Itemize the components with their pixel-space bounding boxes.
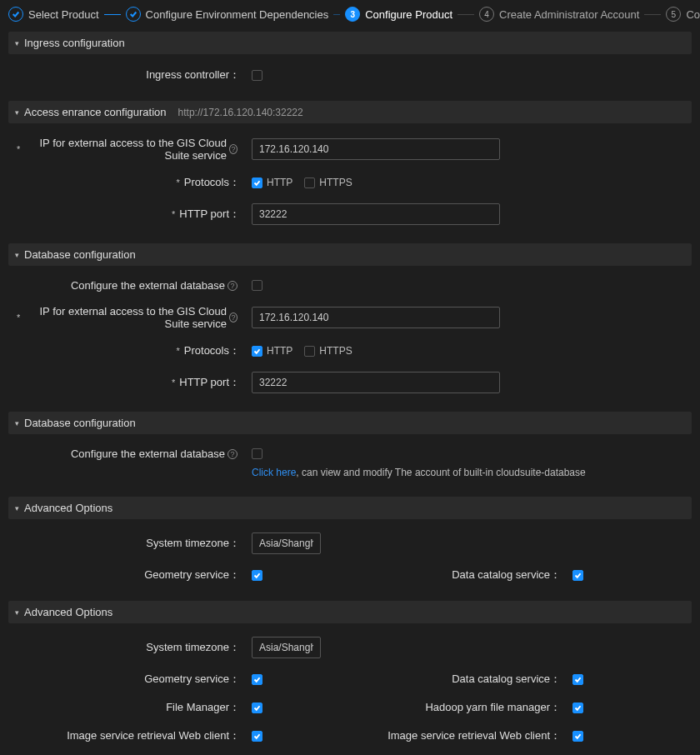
step-badge-done-icon	[8, 7, 23, 22]
img-client-label: Image service retrieval Web client：	[17, 728, 242, 743]
section-header-db1[interactable]: ▾ Database configuration	[8, 243, 692, 266]
section-title: Database configuration	[24, 248, 136, 261]
https-label: HTTPS	[319, 177, 352, 188]
img-client-checkbox2[interactable]	[572, 731, 583, 742]
file-label: File Manager：	[17, 700, 242, 715]
label-text: HTTP port：	[179, 375, 240, 390]
https-label: HTTPS	[319, 345, 352, 357]
step-create-admin: 4 Create Administrator Account	[479, 7, 639, 22]
db1-port-label: * HTTP port：	[17, 375, 242, 390]
section-body-adv2: System timezone： Geometry service： Data …	[8, 623, 692, 755]
tz-input[interactable]	[252, 532, 321, 554]
hadoop-checkbox[interactable]	[572, 702, 583, 713]
step-label: Select Product	[28, 8, 99, 21]
https-checkbox[interactable]	[304, 178, 315, 188]
step-badge-active: 3	[345, 7, 360, 22]
help-icon[interactable]: ?	[229, 144, 238, 154]
hint-rest: , can view and modify The account of bui…	[296, 467, 585, 478]
chevron-down-icon: ▾	[15, 251, 19, 259]
hadoop-label: Hadoop yarn file manager：	[350, 700, 562, 715]
geom-checkbox[interactable]	[252, 570, 262, 581]
step-configure-product: 3 Configure Product	[345, 7, 452, 22]
section-header-adv2[interactable]: ▾ Advanced Options	[8, 601, 692, 623]
http-label: HTTP	[267, 345, 292, 357]
geom-checkbox[interactable]	[252, 674, 262, 685]
section-adv2: ▾ Advanced Options	[8, 601, 692, 623]
step-connector	[333, 14, 340, 15]
tz-input[interactable]	[252, 637, 321, 658]
step-select-product: Select Product	[8, 7, 99, 22]
db1-ext-label: Configure the external database ?	[17, 279, 242, 292]
chevron-down-icon: ▾	[15, 608, 19, 617]
http-label: HTTP	[267, 177, 292, 188]
section-title: Access enrance configuration	[24, 106, 167, 118]
step-label: Confirm Deployment	[686, 8, 700, 21]
img-client-checkbox[interactable]	[252, 731, 262, 742]
step-badge-pending: 5	[666, 7, 681, 22]
section-adv1: ▾ Advanced Options	[8, 497, 692, 519]
help-icon[interactable]: ?	[228, 281, 238, 291]
section-body-ingress: Ingress controller：	[8, 54, 692, 98]
click-here-link[interactable]: Click here	[252, 467, 296, 478]
db1-port-input[interactable]	[252, 372, 500, 393]
chevron-down-icon: ▾	[15, 504, 19, 512]
stepper: Select Product Configure Environment Dep…	[0, 0, 700, 28]
access-ip-input[interactable]	[252, 138, 500, 160]
label-text: Configure the external database	[71, 448, 225, 460]
required-icon: *	[172, 378, 175, 388]
label-text: Protocols：	[184, 343, 240, 358]
ingress-controller-label: Ingress controller：	[17, 68, 242, 82]
step-badge-pending: 4	[479, 7, 494, 22]
tz-label: System timezone：	[17, 640, 242, 655]
chevron-down-icon: ▾	[15, 39, 19, 48]
section-title: Advanced Options	[24, 606, 112, 618]
section-title: Ingress configuration	[24, 37, 125, 49]
required-icon: *	[17, 144, 20, 154]
ingress-controller-checkbox[interactable]	[252, 70, 262, 81]
catalog-checkbox[interactable]	[572, 674, 583, 685]
label-text: IP for external access to the GIS Cloud …	[24, 137, 227, 162]
catalog-label: Data catalog service：	[350, 672, 562, 687]
section-header-ingress[interactable]: ▾ Ingress configuration	[8, 32, 692, 54]
step-label: Configure Environment Dependencies	[146, 8, 329, 21]
https-checkbox[interactable]	[304, 346, 315, 357]
section-title: Database configuration	[24, 417, 136, 429]
db2-ext-label: Configure the external database ?	[17, 448, 242, 460]
db1-ip-label: * IP for external access to the GIS Clou…	[17, 305, 242, 330]
section-body-db2: Configure the external database ? Click …	[8, 434, 692, 493]
section-body-access: * IP for external access to the GIS Clou…	[8, 123, 692, 240]
db2-ext-checkbox[interactable]	[252, 448, 262, 459]
section-body-adv1: System timezone： Geometry service： Data …	[8, 519, 692, 598]
section-header-db2[interactable]: ▾ Database configuration	[8, 412, 692, 434]
access-port-label: * HTTP port：	[17, 207, 242, 222]
db1-ip-input[interactable]	[252, 307, 500, 328]
catalog-checkbox[interactable]	[572, 570, 583, 581]
section-body-db1: Configure the external database ? * IP f…	[8, 266, 692, 408]
geom-label: Geometry service：	[17, 568, 242, 582]
required-icon: *	[177, 178, 180, 188]
db1-ext-checkbox[interactable]	[252, 280, 262, 291]
db1-proto-label: * Protocols：	[17, 343, 242, 358]
section-header-adv1[interactable]: ▾ Advanced Options	[8, 497, 692, 519]
http-checkbox[interactable]	[252, 346, 262, 357]
label-text: Protocols：	[184, 175, 240, 190]
chevron-down-icon: ▾	[15, 108, 19, 117]
help-icon[interactable]: ?	[229, 312, 238, 322]
access-proto-label: * Protocols：	[17, 175, 242, 190]
section-access: ▾ Access enrance configuration http://17…	[8, 101, 692, 123]
file-checkbox[interactable]	[252, 702, 262, 713]
required-icon: *	[177, 346, 180, 356]
access-port-input[interactable]	[252, 203, 500, 225]
label-text: HTTP port：	[179, 207, 240, 222]
section-ingress: ▾ Ingress configuration	[8, 32, 692, 54]
label-text: Configure the external database	[71, 279, 225, 292]
catalog-label: Data catalog service：	[350, 568, 562, 582]
help-icon[interactable]: ?	[228, 449, 238, 459]
http-checkbox[interactable]	[252, 178, 262, 188]
chevron-down-icon: ▾	[15, 419, 19, 428]
section-db1: ▾ Database configuration	[8, 243, 692, 266]
step-label: Configure Product	[365, 8, 452, 21]
required-icon: *	[172, 209, 175, 219]
step-connector	[458, 14, 474, 15]
section-header-access[interactable]: ▾ Access enrance configuration http://17…	[8, 101, 692, 123]
